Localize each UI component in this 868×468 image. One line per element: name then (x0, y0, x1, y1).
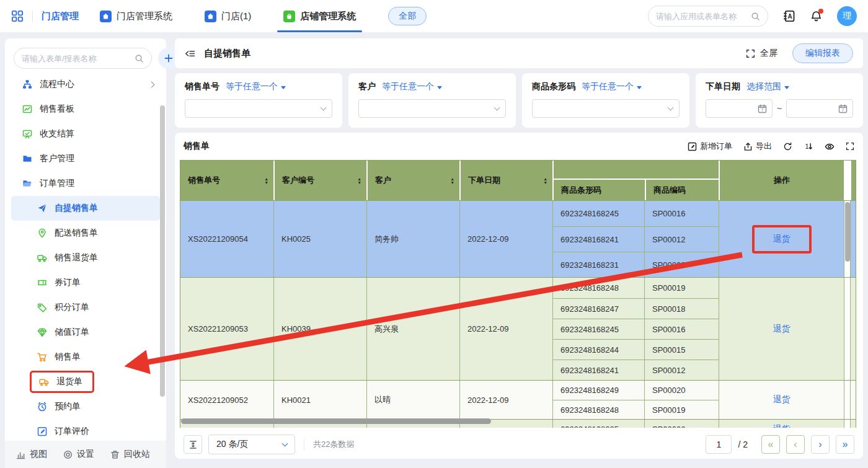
sidebar-search-input[interactable] (22, 54, 131, 63)
search-icon[interactable] (751, 12, 760, 21)
filter-bar: 销售单号等于任意一个客户等于任意一个商品条形码等于任意一个下单日期选择范围7~7 (175, 73, 863, 128)
first-page-button[interactable]: « (761, 435, 780, 454)
sidebar-item-客户管理[interactable]: 客户管理 (5, 146, 166, 171)
filter-select-商品条形码[interactable] (532, 99, 680, 118)
filter-operator[interactable]: 等于任意一个 (226, 81, 286, 92)
sidebar-item-自提销售单[interactable]: 自提销售单 (11, 196, 160, 221)
horizontal-scrollbar[interactable] (181, 418, 491, 424)
page-number-input[interactable] (706, 435, 732, 454)
sidebar-item-销售看板[interactable]: 销售看板 (5, 97, 166, 121)
prev-page-button[interactable]: ‹ (786, 435, 805, 454)
fullscreen-button[interactable]: 全屏 (746, 48, 777, 59)
contacts-icon[interactable]: A (783, 10, 795, 22)
barcode-cell: 6923248168235 (553, 420, 644, 428)
sidebar-item-配送销售单[interactable]: 配送销售单 (5, 221, 166, 245)
global-search-input[interactable] (656, 12, 746, 21)
product-subrow: 6923248168245SP00016 (553, 319, 719, 339)
date-start-input[interactable]: 7 (706, 99, 773, 118)
nav-tab-1[interactable]: 门店管理系统 (100, 0, 172, 32)
sort-arrows-icon[interactable]: ▲▼ (358, 177, 361, 184)
all-badge[interactable]: 全部 (388, 7, 427, 25)
return-goods-link[interactable]: 退货 (773, 394, 790, 405)
sort-arrows-icon[interactable]: ▲▼ (451, 177, 454, 184)
sidebar-item-积分订单[interactable]: 积分订单 (5, 295, 166, 320)
sidebar-item-订单管理[interactable]: 订单管理 (5, 171, 166, 196)
return-goods-link[interactable]: 退货 (773, 324, 790, 335)
search-icon[interactable] (135, 54, 144, 63)
sidebar-item-储值订单[interactable]: 储值订单 (5, 320, 166, 345)
send-icon (37, 203, 47, 213)
next-page-button[interactable]: › (811, 435, 830, 454)
filter-operator[interactable]: 等于任意一个 (382, 81, 442, 92)
product-code-cell: SP00002 (644, 252, 719, 277)
sort-arrows-icon[interactable]: ▲▼ (265, 177, 268, 184)
sidebar-item-销售退货单[interactable]: 销售退货单 (5, 245, 166, 270)
navbar-right: A 理 (648, 6, 857, 27)
page-size-select[interactable]: 20 条/页 (208, 435, 295, 454)
date-end-input[interactable]: 7 (786, 99, 853, 118)
filter-select-销售单号[interactable] (185, 99, 332, 118)
sidebar-item-预约单[interactable]: 预约单 (5, 394, 166, 419)
home-icon (100, 11, 112, 22)
notification-bell-icon[interactable] (810, 11, 822, 22)
row-height-button[interactable] (184, 435, 202, 454)
annotation-red-box: 退货 (752, 225, 812, 254)
barcode-cell: 6923248168249 (553, 381, 644, 400)
last-page-button[interactable]: » (836, 435, 854, 454)
collapse-sidebar-icon[interactable] (185, 48, 195, 59)
nav-tab-3[interactable]: 店铺管理系统 (283, 0, 356, 32)
sidebar-scrollbar[interactable] (160, 105, 165, 397)
return-goods-link[interactable]: 退货 (773, 234, 790, 244)
filter-card-下单日期: 下单日期选择范围7~7 (696, 73, 863, 128)
filter-select-客户[interactable] (358, 99, 506, 118)
edit-report-button[interactable]: 编辑报表 (792, 43, 853, 63)
apps-grid-icon[interactable] (11, 10, 24, 22)
vertical-scrollbar[interactable] (845, 202, 850, 262)
nav-tab-label: 店铺管理系统 (300, 11, 356, 22)
add-order-button[interactable]: 新增订单 (688, 141, 732, 152)
table-row[interactable]: XS20221209053KH0039高兴泉2022-12-0969232481… (180, 277, 856, 380)
sidebar-footer-设置[interactable]: 设置 (63, 449, 94, 460)
sort-icon[interactable]: 1 (804, 141, 813, 151)
chevron-down-icon (282, 440, 288, 446)
sidebar-item-label: 订单评价 (55, 426, 89, 437)
table-row[interactable]: XS20221209054KH0025简务帅2022-12-0969232481… (180, 200, 856, 277)
column-header-客户编号[interactable]: 客户编号▲▼ (273, 161, 366, 200)
sidebar-item-流程中心[interactable]: 流程中心 (5, 72, 166, 97)
sidebar-footer-视图[interactable]: 视图 (16, 449, 47, 460)
return-goods-link[interactable]: 退货 (773, 424, 790, 428)
barcode-cell: 6923248168231 (553, 252, 644, 277)
visibility-eye-icon[interactable] (825, 141, 835, 151)
workspace-label[interactable]: 门店管理 (42, 11, 79, 22)
sidebar-item-销售单[interactable]: 销售单 (5, 345, 166, 369)
column-header-下单日期[interactable]: 下单日期▲▼ (459, 161, 552, 200)
export-button[interactable]: 导出 (743, 141, 772, 152)
column-header-barcode[interactable]: 商品条形码 (554, 180, 645, 200)
filter-head: 销售单号等于任意一个 (185, 81, 332, 92)
table-fullscreen-icon[interactable] (846, 142, 854, 151)
sidebar-item-退货单[interactable]: 退货单 (5, 369, 166, 394)
table-row[interactable]: XS20221209052KH0021以晴2022-12-09692324816… (180, 380, 856, 419)
order-date-cell: 2022-12-09 (459, 278, 552, 380)
sidebar-footer-回收站[interactable]: 回收站 (110, 449, 150, 460)
top-navbar: 门店管理 门店管理系统门店(1)店铺管理系统 全部 A 理 (0, 0, 868, 32)
avatar[interactable]: 理 (837, 6, 857, 26)
refresh-icon[interactable] (783, 142, 792, 151)
filter-operator[interactable]: 选择范围 (746, 81, 789, 92)
nav-tab-2[interactable]: 门店(1) (205, 0, 251, 32)
column-header-action: 操作 (719, 161, 844, 200)
filter-operator[interactable]: 等于任意一个 (582, 81, 642, 92)
sidebar-search[interactable] (14, 48, 152, 69)
column-header-code[interactable]: 商品编码 (645, 180, 720, 200)
orders-table: 销售单号▲▼客户编号▲▼客户▲▼下单日期▲▼商品条形码商品编码操作XS20221… (180, 160, 857, 428)
global-search[interactable] (648, 6, 768, 27)
sidebar-item-订单评价[interactable]: 订单评价 (5, 419, 166, 441)
column-header-销售单号[interactable]: 销售单号▲▼ (180, 161, 273, 200)
column-header-客户[interactable]: 客户▲▼ (366, 161, 459, 200)
sidebar-item-收支结算[interactable]: 收支结算 (5, 121, 166, 146)
sidebar-item-券订单[interactable]: 券订单 (5, 270, 166, 295)
barcode-cell: 6923248168245 (553, 201, 644, 226)
cart-icon (37, 352, 47, 362)
sort-arrows-icon[interactable]: ▲▼ (544, 177, 547, 184)
ticket-icon (37, 278, 47, 288)
